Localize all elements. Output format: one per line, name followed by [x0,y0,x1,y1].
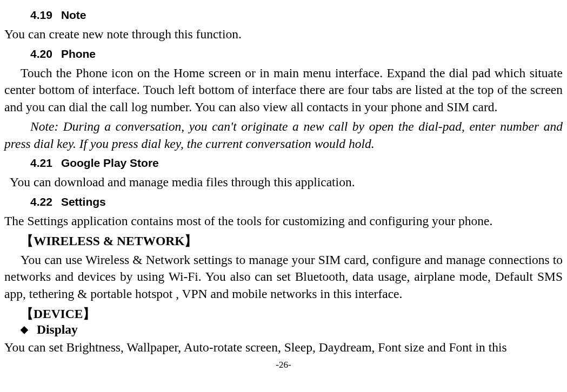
subheading-device: 【DEVICE】 [21,305,563,322]
heading-title: Note [61,9,86,21]
subheading-wireless-network: 【WIRELESS & NETWORK】 [21,232,563,249]
page-number: -26- [4,360,563,370]
paragraph: You can use Wireless & Network settings … [4,252,563,303]
heading-4-19: 4.19Note [30,9,563,22]
bullet-display: ◆ Display [21,322,563,337]
heading-title: Google Play Store [61,157,159,169]
heading-number: 4.20 [30,48,52,60]
paragraph: You can set Brightness, Wallpaper, Auto-… [4,339,563,356]
heading-4-20: 4.20Phone [30,48,563,60]
heading-title: Phone [61,48,96,60]
heading-number: 4.22 [30,195,52,208]
paragraph: Touch the Phone icon on the Home screen … [4,65,563,116]
note-paragraph: Note: During a conversation, you can't o… [4,118,563,152]
document-page: 4.19Note You can create new note through… [0,0,567,377]
heading-number: 4.19 [30,9,52,22]
heading-4-22: 4.22Settings [30,195,563,208]
paragraph: You can download and manage media files … [4,174,563,191]
paragraph: You can create new note through this fun… [4,26,563,43]
bullet-label: Display [37,322,78,337]
heading-title: Settings [61,195,106,208]
paragraph: The Settings application contains most o… [4,213,563,230]
heading-number: 4.21 [30,157,52,170]
diamond-bullet-icon: ◆ [21,325,28,334]
heading-4-21: 4.21Google Play Store [30,157,563,170]
